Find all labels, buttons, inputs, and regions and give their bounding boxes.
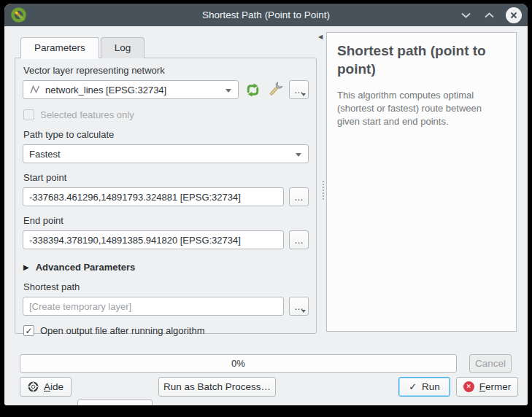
run-as-batch-button[interactable]: Run as Batch Process… (158, 377, 276, 397)
advanced-label: Advanced (85, 404, 129, 405)
red-close-icon: ✕ (463, 381, 474, 392)
network-layer-value: network_lines [EPSG:32734] (45, 85, 166, 96)
cancel-label: Cancel (475, 358, 506, 369)
output-more-button[interactable]: … (289, 297, 309, 316)
path-type-value: Fastest (29, 149, 61, 160)
panel-collapse-icon[interactable]: ◀ (318, 34, 323, 40)
end-point-more-button[interactable]: … (289, 230, 309, 249)
cancel-button[interactable]: Cancel (469, 354, 512, 373)
wrench-icon[interactable] (266, 81, 284, 98)
start-point-label: Start point (23, 172, 308, 183)
network-layer-label: Vector layer representing network (23, 65, 308, 76)
open-output-label: Open output file after running algorithm (40, 325, 204, 336)
batch-label: Run as Batch Process… (163, 381, 271, 392)
dialog-window: Shortest Path (Point to Point) Parameter… (4, 4, 528, 405)
caret-down-icon (301, 93, 306, 96)
start-point-value: -337683.461296,14891793.324881 [EPSG:327… (29, 192, 241, 203)
selected-features-checkbox[interactable] (23, 109, 34, 120)
progress-bar: 0% (20, 354, 457, 373)
advanced-button[interactable]: Advanced (77, 400, 153, 405)
end-point-input[interactable]: -338394.378190,14891385.941820 [EPSG:327… (23, 230, 284, 249)
help-description: This algorithm computes optimal (shortes… (337, 89, 506, 128)
caret-down-icon (301, 310, 306, 313)
shade-icon[interactable] (459, 9, 472, 22)
parameters-panel: Vector layer representing network networ… (15, 58, 317, 334)
maximize-icon[interactable] (482, 9, 496, 22)
ellipsis-icon: … (294, 235, 304, 245)
path-type-label: Path type to calculate (23, 129, 308, 140)
iterate-layer-icon[interactable] (244, 81, 261, 98)
chevron-down-icon (225, 89, 231, 93)
titlebar[interactable]: Shortest Path (Point to Point) (4, 4, 528, 26)
path-type-combobox[interactable]: Fastest (23, 144, 309, 163)
lifebuoy-help-icon (28, 381, 39, 392)
close-dialog-button[interactable]: ✕ Fermer (456, 377, 518, 397)
help-label: Aide (44, 381, 63, 392)
close-window-icon[interactable] (506, 7, 522, 23)
checkmark-icon: ✓ (25, 327, 32, 335)
end-point-value: -338394.378190,14891385.941820 [EPSG:327… (29, 235, 241, 246)
advanced-parameters-label: Advanced Parameters (36, 262, 136, 273)
window-title: Shortest Path (Point to Point) (4, 9, 528, 20)
help-title: Shortest path (point to point) (337, 42, 506, 78)
check-icon: ✓ (409, 381, 417, 392)
run-button[interactable]: ✓ Run (398, 377, 450, 397)
progress-text: 0% (231, 358, 245, 369)
close-label: Fermer (479, 381, 512, 392)
open-output-checkbox[interactable]: ✓ (23, 325, 34, 336)
ellipsis-icon: … (294, 192, 304, 202)
tab-bar: Parameters Log (20, 37, 146, 58)
tab-parameters[interactable]: Parameters (20, 37, 99, 58)
output-placeholder: [Create temporary layer] (29, 301, 131, 312)
triangle-right-icon: ▶ (23, 263, 29, 271)
network-more-button[interactable]: … (289, 80, 309, 99)
run-label: Run (422, 381, 440, 392)
help-panel: Shortest path (point to point) This algo… (326, 32, 517, 332)
shortest-path-output-input[interactable]: [Create temporary layer] (23, 297, 284, 316)
splitter-handle[interactable] (323, 181, 325, 200)
tab-log[interactable]: Log (101, 37, 145, 58)
help-button[interactable]: Aide (20, 377, 72, 397)
selected-features-label: Selected features only (40, 109, 134, 120)
selected-features-checkbox-row[interactable]: Selected features only (23, 109, 308, 120)
line-layer-icon (29, 84, 41, 96)
open-output-checkbox-row[interactable]: ✓ Open output file after running algorit… (23, 325, 308, 336)
start-point-more-button[interactable]: … (289, 187, 309, 206)
end-point-label: End point (23, 215, 308, 226)
start-point-input[interactable]: -337683.461296,14891793.324881 [EPSG:327… (23, 187, 284, 206)
chevron-down-icon (296, 153, 301, 157)
network-layer-combobox[interactable]: network_lines [EPSG:32734] (23, 80, 239, 99)
shortest-path-output-label: Shortest path (23, 281, 308, 292)
advanced-parameters-toggle[interactable]: ▶ Advanced Parameters (23, 262, 308, 273)
